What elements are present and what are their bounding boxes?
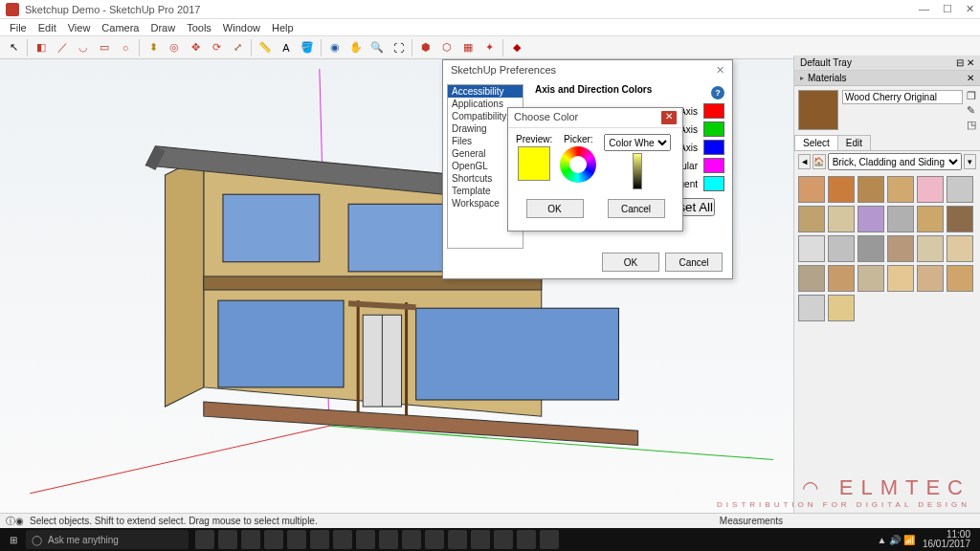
menu-camera[interactable]: Camera xyxy=(96,22,145,33)
material-thumb[interactable] xyxy=(798,235,825,262)
menu-help[interactable]: Help xyxy=(266,22,300,33)
zoom-extents-icon[interactable]: ⛶ xyxy=(389,38,408,57)
material-thumb[interactable] xyxy=(887,235,914,262)
color-close-icon[interactable]: ✕ xyxy=(661,111,677,124)
material-thumb[interactable] xyxy=(828,235,855,262)
paint-tool-icon[interactable]: 🪣 xyxy=(298,38,317,57)
arc-tool-icon[interactable]: ◡ xyxy=(74,38,93,57)
color-wheel[interactable] xyxy=(560,146,596,183)
maximize-button[interactable]: ☐ xyxy=(943,3,952,15)
axis-color-swatch[interactable] xyxy=(703,103,724,119)
material-thumb[interactable] xyxy=(917,235,944,262)
menu-file[interactable]: File xyxy=(4,22,33,33)
material-thumb[interactable] xyxy=(917,176,944,203)
color-ok-button[interactable]: OK xyxy=(526,199,584,218)
material-thumb[interactable] xyxy=(798,176,825,203)
material-grid xyxy=(794,172,980,325)
tray-header[interactable]: Default Tray⊟ ✕ xyxy=(794,55,980,71)
material-thumb[interactable] xyxy=(917,206,944,232)
fwd-button[interactable]: 🏠 xyxy=(813,154,825,169)
close-button[interactable]: ✕ xyxy=(966,3,974,15)
material-thumb[interactable] xyxy=(858,206,884,232)
prefs-title: SketchUp Preferences xyxy=(451,64,556,77)
prefs-ok-button[interactable]: OK xyxy=(602,253,659,272)
rotate-tool-icon[interactable]: ⟳ xyxy=(207,38,226,57)
material-thumb[interactable] xyxy=(887,176,914,203)
menu-window[interactable]: Window xyxy=(217,22,266,33)
materials-panel-header[interactable]: Materials✕ xyxy=(794,71,980,86)
extra-icon[interactable]: ✦ xyxy=(479,38,499,57)
material-thumb[interactable] xyxy=(947,176,973,203)
material-thumb[interactable] xyxy=(947,206,973,232)
paint-dropper-icon[interactable]: ✎ xyxy=(967,104,976,117)
tab-select[interactable]: Select xyxy=(794,135,838,150)
material-thumb[interactable] xyxy=(858,265,884,292)
layout-icon[interactable]: ▦ xyxy=(458,38,478,57)
title-bar: Sketchup Demo - SketchUp Pro 2017 — ☐ ✕ xyxy=(0,0,980,19)
tray-icons[interactable]: ▲ 🔊 📶 xyxy=(877,535,914,545)
tab-edit[interactable]: Edit xyxy=(837,135,871,150)
material-thumb[interactable] xyxy=(798,206,825,232)
start-button[interactable]: ⊞ xyxy=(4,530,23,549)
material-thumb[interactable] xyxy=(917,265,944,292)
details-button[interactable]: ▾ xyxy=(964,154,976,169)
create-material-icon[interactable]: ❐ xyxy=(967,90,976,102)
menu-tools[interactable]: Tools xyxy=(181,22,217,33)
axis-color-swatch[interactable] xyxy=(703,140,724,155)
prefs-cancel-button[interactable]: Cancel xyxy=(665,253,723,272)
menu-edit[interactable]: Edit xyxy=(33,22,62,33)
move-tool-icon[interactable]: ✥ xyxy=(186,38,205,57)
back-button[interactable]: ◄ xyxy=(798,154,811,169)
prefs-cat-accessibility[interactable]: Accessibility xyxy=(448,85,523,98)
material-thumb[interactable] xyxy=(947,265,973,292)
material-thumb[interactable] xyxy=(858,235,884,262)
scale-tool-icon[interactable]: ⤢ xyxy=(228,38,247,57)
material-thumb[interactable] xyxy=(887,265,914,292)
help-icon[interactable]: ? xyxy=(711,86,724,99)
select-tool-icon[interactable]: ↖ xyxy=(4,38,23,57)
material-thumb[interactable] xyxy=(858,176,884,203)
taskbar-apps[interactable] xyxy=(195,530,559,549)
eraser-tool-icon[interactable]: ◧ xyxy=(32,38,51,57)
material-menu-icon[interactable]: ◳ xyxy=(967,119,976,131)
material-thumb[interactable] xyxy=(828,295,855,321)
material-thumb[interactable] xyxy=(947,235,973,262)
preview-label: Preview: xyxy=(516,134,552,144)
material-thumb[interactable] xyxy=(798,295,825,321)
picker-mode-select[interactable]: Color Wheel xyxy=(604,134,671,151)
app-icon xyxy=(6,3,19,16)
tape-tool-icon[interactable]: 📏 xyxy=(256,38,275,57)
material-thumb[interactable] xyxy=(887,206,914,232)
zoom-tool-icon[interactable]: 🔍 xyxy=(368,38,387,57)
orbit-tool-icon[interactable]: ◉ xyxy=(325,38,345,57)
text-tool-icon[interactable]: A xyxy=(277,38,296,57)
menu-draw[interactable]: Draw xyxy=(145,22,181,33)
material-thumb[interactable] xyxy=(828,176,855,203)
axis-color-swatch[interactable] xyxy=(703,158,724,173)
rectangle-tool-icon[interactable]: ▭ xyxy=(95,38,114,57)
material-category-select[interactable]: Brick, Cladding and Siding xyxy=(828,153,962,170)
minimize-button[interactable]: — xyxy=(919,3,929,15)
value-slider[interactable] xyxy=(633,153,642,189)
line-tool-icon[interactable]: ／ xyxy=(53,38,72,57)
material-thumb[interactable] xyxy=(798,265,825,292)
material-swatch[interactable] xyxy=(798,90,838,130)
picker-label: Picker: xyxy=(564,134,593,144)
axis-color-swatch[interactable] xyxy=(703,121,724,137)
warehouse-icon[interactable]: ⬢ xyxy=(416,38,435,57)
circle-tool-icon[interactable]: ○ xyxy=(116,38,135,57)
pushpull-tool-icon[interactable]: ⬍ xyxy=(144,38,163,57)
color-cancel-button[interactable]: Cancel xyxy=(608,199,665,218)
pan-tool-icon[interactable]: ✋ xyxy=(346,38,366,57)
material-thumb[interactable] xyxy=(828,206,855,232)
extension-icon[interactable]: ⬡ xyxy=(437,38,457,57)
material-name-input[interactable] xyxy=(842,90,963,104)
svg-marker-4 xyxy=(165,156,203,407)
menu-view[interactable]: View xyxy=(62,22,97,33)
axis-color-swatch[interactable] xyxy=(703,176,724,191)
taskbar-search[interactable]: ◯ Ask me anything xyxy=(26,530,189,549)
material-thumb[interactable] xyxy=(828,265,855,292)
offset-tool-icon[interactable]: ◎ xyxy=(165,38,184,57)
ruby-icon[interactable]: ◆ xyxy=(507,38,526,57)
prefs-close-icon[interactable]: ✕ xyxy=(716,64,724,77)
